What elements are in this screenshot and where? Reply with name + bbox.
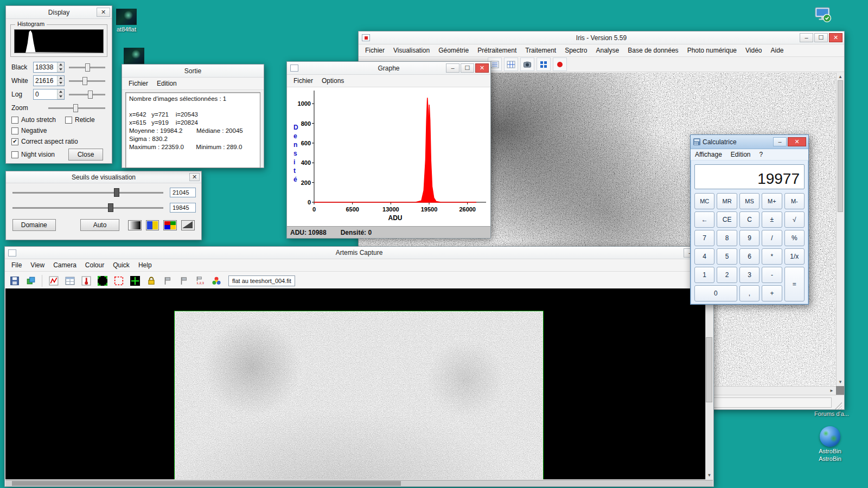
calc-key-5[interactable]: 5 [717, 248, 737, 265]
low-threshold-thumb[interactable] [108, 203, 113, 212]
subframe-select-icon[interactable] [95, 273, 110, 288]
calc-key-negate[interactable]: ± [762, 211, 782, 228]
resize-grip[interactable] [835, 402, 842, 409]
desktop-icon-forums[interactable]: Forums d'a... [802, 410, 861, 417]
menu-item-fichier[interactable]: Fichier [289, 75, 317, 86]
calc-key-ce[interactable]: CE [717, 211, 737, 228]
calc-key-multiply[interactable]: * [762, 248, 782, 265]
calc-key-divide[interactable]: / [762, 230, 782, 246]
iris-titlebar[interactable]: Iris - Version 5.59 – ☐ ✕ [359, 31, 844, 44]
menu-item-aide[interactable]: Aide [767, 45, 788, 56]
desktop-icon-astrobin[interactable]: AstroBin AstroBin [808, 426, 852, 462]
black-level-spinner[interactable]: 18338 [33, 62, 65, 73]
calc-key-3[interactable]: 3 [739, 267, 760, 283]
save-icon[interactable] [7, 273, 22, 288]
low-threshold-value[interactable]: 19845 [170, 203, 196, 213]
scroll-up-arrow-icon[interactable]: ▲ [836, 73, 844, 81]
white-level-value[interactable]: 21616 [34, 76, 57, 86]
menu-item-photo-numerique[interactable]: Photo numérique [683, 45, 741, 56]
slider-thumb[interactable] [82, 77, 87, 85]
domaine-button[interactable]: Domaine [12, 219, 56, 231]
iris-minimize-button[interactable]: – [800, 33, 813, 42]
close-button[interactable]: Close [68, 149, 103, 160]
graphe-titlebar[interactable]: Graphe – ☐ ✕ [287, 62, 490, 75]
scroll-down-arrow-icon[interactable]: ▼ [836, 378, 844, 386]
low-threshold-slider[interactable] [11, 202, 164, 213]
auto-stretch-checkbox[interactable] [11, 117, 18, 124]
sequence-123-icon[interactable]: 1,2,3 [193, 273, 207, 288]
calc-key-4[interactable]: 4 [694, 248, 714, 265]
color-wheel-icon[interactable] [209, 273, 224, 288]
black-level-slider[interactable] [68, 62, 106, 72]
graphe-minimize-button[interactable]: – [446, 63, 459, 73]
menu-item-analyse[interactable]: Analyse [592, 45, 624, 56]
menu-item-quick[interactable]: Quick [108, 260, 134, 271]
calc-key-mr[interactable]: MR [717, 193, 737, 209]
black-level-value[interactable]: 18338 [34, 62, 57, 72]
calc-key-2[interactable]: 2 [717, 267, 737, 283]
scroll-right-arrow-icon[interactable]: ► [827, 387, 836, 395]
bicolor-mode-button[interactable] [146, 220, 159, 230]
spin-down-icon[interactable] [58, 81, 64, 86]
menu-item-fichier[interactable]: Fichier [361, 45, 389, 56]
calc-key-c[interactable]: C [739, 211, 760, 228]
calc-key-0[interactable]: 0 [694, 285, 737, 301]
calc-key-1[interactable]: 1 [694, 267, 714, 283]
artemis-vscroll-thumb[interactable] [706, 337, 712, 402]
high-threshold-slider[interactable] [11, 187, 164, 198]
iris-close-button[interactable]: ✕ [829, 33, 843, 42]
gamma-triangle-button[interactable] [181, 220, 195, 230]
menu-item-pretraitement[interactable]: Prétraitement [473, 45, 521, 56]
table-window-icon[interactable] [62, 273, 77, 288]
slider-thumb[interactable] [85, 63, 90, 72]
record-icon[interactable] [553, 57, 567, 71]
white-level-slider[interactable] [68, 76, 106, 86]
artemis-vertical-scrollbar[interactable]: ▲ ▼ [705, 288, 713, 479]
night-vision-checkbox[interactable] [11, 151, 18, 158]
auto-button[interactable]: Auto [80, 219, 119, 231]
crosshair-icon[interactable] [127, 273, 142, 288]
calc-titlebar[interactable]: Calculatrice – ✕ [691, 135, 808, 149]
calc-key-sqrt[interactable]: √ [784, 211, 805, 228]
flag-icon-2[interactable] [176, 273, 191, 288]
selection-rectangle-icon[interactable] [111, 273, 126, 288]
slider-thumb[interactable] [88, 91, 93, 99]
slider-thumb[interactable] [73, 104, 78, 112]
menu-item-geometrie[interactable]: Géométrie [434, 45, 473, 56]
seuils-close-button[interactable]: ✕ [189, 173, 200, 181]
high-threshold-thumb[interactable] [114, 188, 119, 197]
desktop-icon-thumbnail-2[interactable] [124, 48, 144, 64]
image-stack-icon[interactable] [23, 273, 38, 288]
log-value[interactable]: 0 [34, 89, 57, 99]
log-slider[interactable] [68, 89, 106, 99]
menu-item-colour[interactable]: Colour [81, 260, 108, 271]
graphe-close-button[interactable]: ✕ [475, 63, 489, 73]
spin-up-icon[interactable] [58, 89, 64, 94]
menu-item-camera[interactable]: Camera [49, 260, 81, 271]
menu-item-options[interactable]: Options [317, 75, 348, 86]
artemis-hscroll-thumb[interactable] [12, 481, 401, 486]
calc-close-button[interactable]: ✕ [788, 137, 806, 146]
sortie-output[interactable]: Nombre d'images sélectionnées : 1 x=642 … [125, 92, 260, 168]
white-level-spinner[interactable]: 21616 [33, 75, 65, 86]
calc-key-backspace[interactable]: ← [694, 211, 714, 228]
correct-aspect-checkbox[interactable] [11, 138, 18, 145]
calc-key-ms[interactable]: MS [739, 193, 760, 209]
artemis-titlebar[interactable]: Artemis Capture – ☐ [5, 247, 713, 259]
display-titlebar[interactable]: Display ✕ [6, 6, 112, 19]
color-mode-button[interactable] [163, 220, 177, 230]
grid-icon[interactable] [504, 57, 518, 71]
menu-item-base-de-donnees[interactable]: Base de données [623, 45, 682, 56]
desktop-icon-system[interactable] [814, 7, 832, 23]
iris-vscroll-thumb[interactable] [838, 80, 843, 212]
menu-item-aide[interactable]: ? [755, 149, 768, 160]
artemis-horizontal-scrollbar[interactable] [5, 480, 713, 486]
negative-checkbox[interactable] [11, 127, 18, 134]
lock-icon[interactable] [144, 273, 158, 288]
calc-key-percent[interactable]: % [784, 230, 805, 246]
sortie-titlebar[interactable]: Sortie [122, 65, 264, 78]
log-spinner[interactable]: 0 [33, 89, 65, 100]
high-threshold-value[interactable]: 21045 [170, 188, 196, 197]
menu-item-video[interactable]: Vidéo [741, 45, 766, 56]
calc-key-9[interactable]: 9 [739, 230, 760, 246]
